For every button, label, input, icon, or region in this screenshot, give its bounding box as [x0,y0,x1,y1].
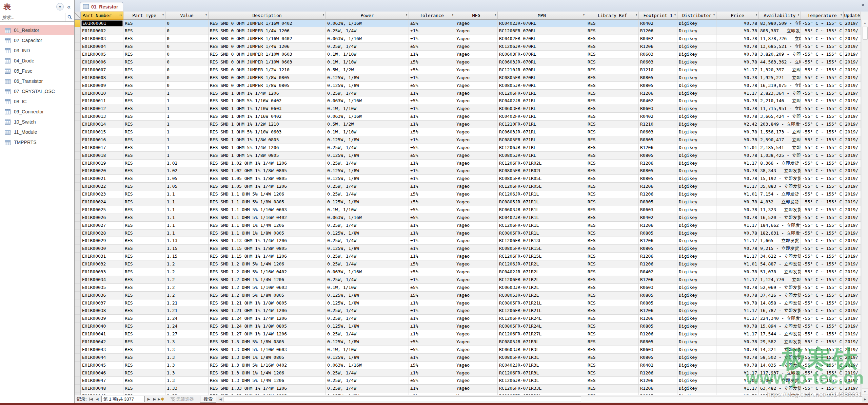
cell-desc[interactable]: RES SMD 1.3 OHM 5% 1/4W 1206 [209,377,326,385]
cell-avail[interactable]: 29,582 - 立即发货 [759,338,801,346]
column-header-avail[interactable]: Availability▾ [759,12,801,20]
select-all-corner[interactable] [75,12,81,20]
cell-upd[interactable]: 2019/ [844,35,861,43]
cell-pn[interactable]: E01R00047 [81,377,123,385]
cell-lib[interactable]: RES [586,128,639,136]
cell-fp[interactable]: R0805 [639,245,677,253]
cell-avail[interactable]: 224,340 - 立即发货 [759,315,801,323]
column-dropdown-icon[interactable]: ▾ [322,13,324,17]
record-selector[interactable] [75,144,81,152]
cell-lib[interactable]: RES [586,183,639,190]
cell-temp[interactable]: -55° C ~ 155° C [801,90,844,97]
cell-avail[interactable]: 2,590,417 - 立即发货 [759,136,801,144]
sidebar-item-10-switch[interactable]: 10_Switch [0,117,74,127]
collapse-pane-icon[interactable]: « [66,4,71,10]
cell-tol[interactable]: ±1% [409,385,455,392]
cell-tol[interactable]: ±1% [409,113,455,121]
cell-temp[interactable]: -55° C ~ 155° C [801,292,844,299]
record-selector[interactable] [75,338,81,346]
cell-fp[interactable]: R0805 [639,175,677,183]
cell-temp[interactable]: -55° C ~ 155° C [801,43,844,51]
cell-temp[interactable]: -55° C ~ 155° C [801,284,844,292]
cell-type[interactable]: RES [123,284,165,292]
cell-tol[interactable]: ±1% [409,237,455,245]
cell-power[interactable]: 0.125W, 1/8W [326,354,409,362]
column-dropdown-icon[interactable]: ▾ [452,13,454,17]
cell-lib[interactable]: RES [586,105,639,113]
column-header-mfg[interactable]: MFG▾ [455,12,498,20]
cell-fp[interactable]: R0805 [639,198,677,206]
cell-avail[interactable]: 11,323 - 立即发货 [759,206,801,214]
cell-price[interactable]: ¥0.78 [716,152,759,160]
cell-upd[interactable]: 2019/ [844,121,861,128]
cell-tol[interactable]: ±5% [409,58,455,66]
cell-temp[interactable]: -55° C ~ 155° C [801,51,844,58]
cell-avail[interactable]: 52,069 - 立即发货 [759,284,801,292]
cell-mpn[interactable]: RC0402JR-071R3L [498,362,586,369]
cell-temp[interactable]: -55° C ~ 155° C [801,346,844,354]
cell-value[interactable]: 1.2 [165,268,209,276]
cell-fp[interactable]: R1206 [639,260,677,268]
cell-avail[interactable]: 2,210,146 - 立即发货 [759,97,801,105]
cell-value[interactable]: 1.3 [165,346,209,354]
column-dropdown-icon[interactable]: ▾ [857,13,860,17]
cell-temp[interactable]: -55° C ~ 155° C [801,229,844,237]
record-selector[interactable] [75,292,81,299]
cell-fp[interactable]: R0805 [639,299,677,307]
cell-fp[interactable]: R0805 [639,392,677,395]
cell-value[interactable]: 1.1 [165,222,209,229]
cell-dist[interactable]: Digikey [677,35,716,43]
cell-type[interactable]: RES [123,245,165,253]
cell-mpn[interactable]: RC1206JR-071R3L [498,377,586,385]
cell-power[interactable]: 0.063W, 1/16W [326,214,409,222]
record-selector[interactable] [75,392,81,395]
record-selector[interactable] [75,330,81,338]
cell-pn[interactable]: E01R00012 [81,105,123,113]
cell-type[interactable]: RES [123,20,165,27]
search-input[interactable] [0,14,65,21]
cell-mpn[interactable]: RC0603JR-071R2L [498,284,586,292]
cell-value[interactable]: 1.05 [165,175,209,183]
cell-temp[interactable]: -55° C ~ 155° C [801,105,844,113]
cell-power[interactable]: 0.25W, 1/4W [326,43,409,51]
cell-power[interactable]: 0.125W, 1/8W [326,136,409,144]
cell-dist[interactable]: Digikey [677,136,716,144]
record-selector[interactable] [75,284,81,292]
cell-lib[interactable]: RES [586,362,639,369]
cell-mfg[interactable]: Yageo [455,323,498,330]
cell-pn[interactable]: E01R00046 [81,369,123,377]
cell-temp[interactable]: -55° C ~ 155° C [801,253,844,260]
cell-power[interactable]: 0.25W, 1/4W [326,222,409,229]
column-header-lib[interactable]: Library Ref▾ [586,12,639,20]
cell-power[interactable]: 0.063W, 1/16W [326,20,409,27]
cell-lib[interactable]: RES [586,229,639,237]
cell-tol[interactable]: ±5% [409,97,455,105]
cell-fp[interactable]: R0603 [639,346,677,354]
cell-power[interactable]: 0.1W, 1/10W [326,51,409,58]
scroll-left-icon[interactable]: ◀ [218,396,223,402]
cell-desc[interactable]: RES SMD 1.2 OHM 5% 1/16W 0402 [209,268,326,276]
cell-avail[interactable]: 133,540 - 立即发货 [759,392,801,395]
cell-tol[interactable]: ±1% [409,51,455,58]
cell-mpn[interactable]: RC0603JR-071RL [498,128,586,136]
cell-avail[interactable]: 2,185,541 - 立即发货 [759,144,801,152]
cell-mpn[interactable]: RC0402JR-071R2L [498,268,586,276]
cell-power[interactable]: 0.1W, 1/10W [326,346,409,354]
cell-power[interactable]: 0.125W, 1/8W [326,392,409,395]
scroll-right-icon[interactable]: ▶ [862,396,868,402]
cell-power[interactable]: 0.125W, 1/8W [326,74,409,82]
cell-mfg[interactable]: Yageo [455,369,498,377]
cell-type[interactable]: RES [123,183,165,190]
cell-power[interactable]: 0.25W, 1/4W [326,330,409,338]
cell-mfg[interactable]: Yageo [455,284,498,292]
cell-mpn[interactable]: RC1206FR-071R02L [498,160,586,167]
cell-lib[interactable]: RES [586,43,639,51]
cell-mpn[interactable]: RC1206JR-071RL [498,144,586,152]
cell-mpn[interactable]: RC1206FR-071R33L [498,385,586,392]
cell-tol[interactable]: ±1% [409,105,455,113]
cell-price[interactable]: ¥1.17 [716,66,759,74]
cell-type[interactable]: RES [123,175,165,183]
cell-power[interactable]: 0.125W, 1/8W [326,152,409,160]
cell-pn[interactable]: E01R00018 [81,152,123,160]
cell-tol[interactable]: ±5% [409,346,455,354]
